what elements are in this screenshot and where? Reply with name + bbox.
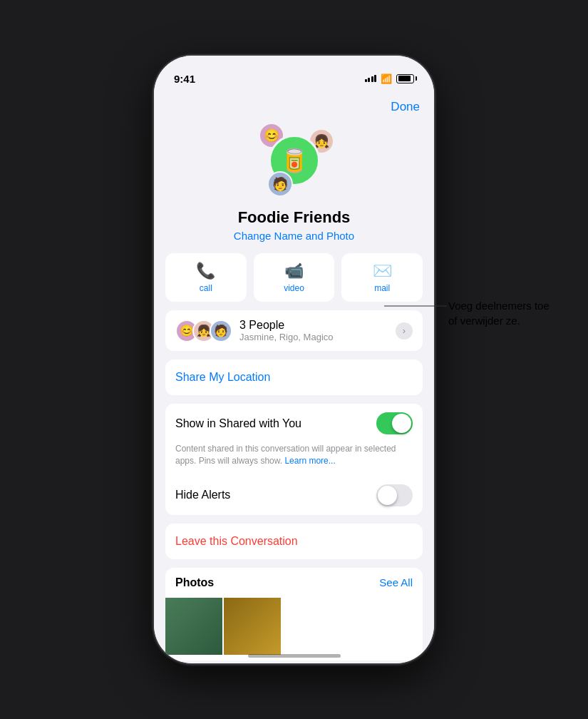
change-name-photo-link[interactable]: Change Name and Photo — [234, 230, 354, 242]
leave-row: Leave this Conversation — [165, 524, 423, 559]
phone-frame: 9:41 📶 Done — [154, 56, 434, 663]
status-bar: 9:41 📶 — [154, 56, 434, 91]
photos-strip — [165, 598, 423, 661]
photos-header: Photos See All — [165, 568, 423, 598]
people-names: Jasmine, Rigo, Magico — [239, 332, 396, 342]
shared-with-you-toggle[interactable] — [376, 412, 413, 434]
call-button[interactable]: 📞 call — [165, 253, 247, 302]
toggle-knob-off — [378, 486, 397, 505]
group-name: Foodie Friends — [238, 208, 351, 227]
annotation-text: Voeg deelnemers toeof verwijder ze. — [448, 298, 584, 328]
photos-section: Photos See All — [165, 568, 423, 661]
header-row: Done — [154, 91, 434, 114]
call-icon: 📞 — [196, 262, 215, 280]
people-info: 3 People Jasmine, Rigo, Magico — [239, 319, 396, 342]
chevron-container: › — [396, 322, 413, 340]
mail-icon: ✉️ — [373, 262, 392, 280]
avatar-bottom-left: 🧑 — [267, 171, 293, 197]
group-header: 😊 👧 🥫 🧑 Foodie Friends Change Name and P… — [154, 114, 434, 253]
shared-with-you-row: Show in Shared with You — [165, 404, 423, 443]
toggle-knob-on — [392, 414, 411, 433]
battery-icon — [396, 74, 414, 83]
status-icons: 📶 — [365, 73, 415, 84]
avatar-cluster: 😊 👧 🥫 🧑 — [252, 121, 337, 200]
leave-conversation-text[interactable]: Leave this Conversation — [175, 535, 298, 547]
mail-label: mail — [374, 283, 390, 293]
photo-thumb-1 — [165, 598, 222, 655]
share-location-text[interactable]: Share My Location — [175, 371, 270, 383]
see-all-link[interactable]: See All — [379, 576, 413, 588]
share-location-row: Share My Location — [165, 360, 423, 395]
photo-thumb-2 — [224, 598, 281, 655]
participant-avatar-3: 🧑 — [210, 320, 232, 342]
signal-icon — [365, 75, 377, 82]
settings-section: Show in Shared with You Content shared i… — [165, 404, 423, 515]
leave-section: Leave this Conversation — [165, 524, 423, 559]
screen-content: Done 😊 👧 🥫 🧑 Foodie Friends Change Name … — [154, 91, 434, 663]
video-button[interactable]: 📹 video — [254, 253, 335, 302]
done-button[interactable]: Done — [391, 100, 420, 114]
call-label: call — [200, 283, 212, 293]
status-time: 9:41 — [174, 73, 195, 85]
video-icon: 📹 — [284, 262, 304, 280]
people-avatars: 😊 👧 🧑 — [175, 320, 232, 342]
share-location-section: Share My Location — [165, 360, 423, 395]
shared-with-you-label: Show in Shared with You — [175, 417, 376, 430]
hide-alerts-label: Hide Alerts — [175, 489, 376, 501]
video-label: video — [284, 283, 304, 293]
hide-alerts-toggle[interactable] — [376, 484, 413, 506]
people-row: 😊 👧 🧑 3 People Jasmine, Rigo, Magico › — [165, 310, 423, 351]
people-count: 3 People — [239, 319, 396, 332]
hide-alerts-row: Hide Alerts — [165, 476, 423, 515]
annotation-container: Voeg deelnemers toeof verwijder ze. — [448, 298, 584, 328]
shared-description: Content shared in this conversation will… — [165, 443, 423, 476]
action-buttons-row: 📞 call 📹 video ✉️ mail — [154, 253, 434, 310]
annotation-arrow — [384, 305, 448, 307]
mail-button[interactable]: ✉️ mail — [341, 253, 423, 302]
learn-more-link[interactable]: Learn more... — [284, 456, 335, 466]
chevron-button[interactable]: › — [396, 322, 413, 340]
home-indicator — [248, 654, 341, 658]
wifi-icon: 📶 — [381, 73, 392, 84]
people-section: 😊 👧 🧑 3 People Jasmine, Rigo, Magico › — [165, 310, 423, 351]
photos-title: Photos — [175, 576, 214, 589]
